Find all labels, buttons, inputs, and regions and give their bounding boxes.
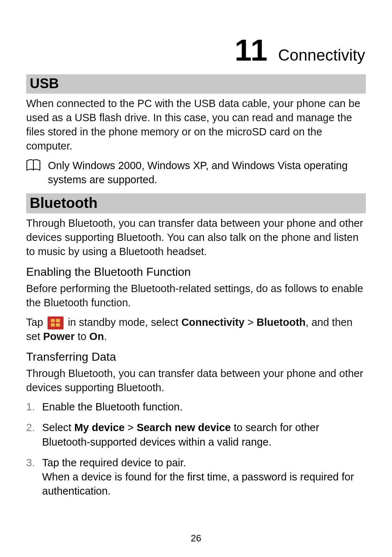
note-row: Only Windows 2000, Windows XP, and Windo… [26,159,366,187]
enable-tap-instruction: Tap in standby mode, select Connectivity… [26,315,366,344]
enable-body: Before performing the Bluetooth-related … [26,282,366,310]
book-icon [26,159,42,172]
tap-prefix: Tap [26,316,46,328]
transfer-steps: Enable the Bluetooth function. Select My… [26,400,366,498]
on-label: On [89,331,104,342]
step-3: Tap the required device to pair. When a … [26,456,366,498]
step-2: Select My device > Search new device to … [26,421,366,449]
subsection-enable-heading: Enabling the Bluetooth Function [26,265,366,279]
tap-middle: in standby mode, select [65,316,181,328]
path-bluetooth: Bluetooth [257,316,306,328]
step-1-text: Enable the Bluetooth function. [42,401,183,413]
transfer-body: Through Bluetooth, you can transfer data… [26,366,366,395]
usb-body: When connected to the PC with the USB da… [26,97,366,153]
step-2-gt: > [124,422,136,433]
step-1: Enable the Bluetooth function. [26,400,366,414]
step-3-line1: Tap the required device to pair. [42,457,186,468]
chapter-number: 11 [234,33,266,68]
step-2-mydevice: My device [74,422,125,433]
path-connectivity: Connectivity [181,316,245,328]
subsection-transfer-heading: Transferring Data [26,350,366,364]
document-page: 11 Connectivity USB When connected to th… [0,0,392,557]
chapter-header: 11 Connectivity [26,33,366,68]
usb-note-text: Only Windows 2000, Windows XP, and Windo… [48,159,366,187]
power-label: Power [43,331,75,342]
tap-to: to [75,331,89,342]
apps-grid-icon [48,316,64,329]
period: . [104,331,107,342]
gt-1: > [245,316,257,328]
step-2-search: Search new device [136,422,231,433]
step-2-prefix: Select [42,422,74,433]
page-number: 26 [0,533,392,544]
bluetooth-body: Through Bluetooth, you can transfer data… [26,216,366,259]
section-heading-usb: USB [26,74,366,94]
step-3-line2: When a device is found for the first tim… [42,471,354,497]
section-heading-bluetooth: Bluetooth [26,193,366,213]
chapter-title: Connectivity [278,46,365,64]
